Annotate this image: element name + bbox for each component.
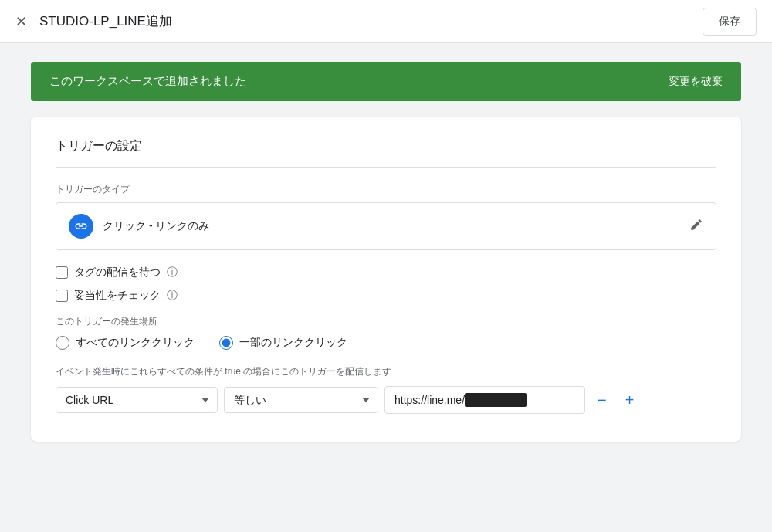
radio-all-clicks-label: すべてのリンククリック (76, 336, 195, 350)
trigger-type-row[interactable]: クリック - リンクのみ (56, 202, 716, 250)
fire-on-section-label: このトリガーの発生場所 (56, 315, 716, 328)
radio-some-clicks: 一部のリンククリック (219, 336, 347, 350)
trigger-type-label: トリガーのタイプ (56, 183, 716, 196)
save-button[interactable]: 保存 (703, 8, 757, 36)
validate-checkbox[interactable] (56, 290, 68, 302)
main-content: このワークスペースで追加されました 変更を破棄 トリガーの設定 トリガーのタイプ… (0, 43, 772, 460)
trigger-type-value: クリック - リンクのみ (103, 219, 209, 233)
validate-help-icon[interactable]: ⓘ (167, 289, 178, 303)
radio-group: すべてのリンククリック 一部のリンククリック (56, 336, 716, 350)
remove-condition-button[interactable]: − (591, 389, 613, 411)
top-bar: ✕ STUDIO-LP_LINE追加 📁 保存 (0, 0, 772, 43)
discard-button[interactable]: 変更を破棄 (669, 75, 723, 89)
radio-all-clicks: すべてのリンククリック (56, 336, 195, 350)
trigger-settings-card: トリガーの設定 トリガーのタイプ クリック - リンクのみ タグの配信を待つ (31, 117, 741, 442)
success-banner: このワークスペースで追加されました 変更を破棄 (31, 62, 741, 101)
url-prefix: https://line.me/ (394, 394, 465, 406)
checkbox-wait-tag: タグの配信を待つ ⓘ (56, 266, 716, 280)
wait-tag-checkbox[interactable] (56, 266, 68, 279)
page-title: STUDIO-LP_LINE追加 (39, 12, 735, 30)
radio-all-clicks-input[interactable] (56, 336, 69, 350)
condition-row: Click URL 等しい https://line.me/ − + (56, 386, 716, 414)
edit-trigger-icon[interactable] (689, 218, 703, 235)
radio-some-clicks-label: 一部のリンククリック (239, 336, 347, 350)
condition-section-label: イベント発生時にこれらすべての条件が true の場合にこのトリガーを配信します (56, 365, 716, 378)
trigger-type-left: クリック - リンクのみ (69, 214, 209, 239)
banner-message: このワークスペースで追加されました (49, 74, 246, 89)
condition-dropdown2[interactable]: 等しい (224, 387, 378, 413)
wait-tag-help-icon[interactable]: ⓘ (167, 266, 178, 280)
add-condition-button[interactable]: + (619, 389, 641, 411)
card-title: トリガーの設定 (56, 138, 716, 168)
close-button[interactable]: ✕ (15, 15, 27, 29)
condition-dropdown1[interactable]: Click URL (56, 387, 218, 413)
condition-url-input: https://line.me/ (384, 386, 585, 414)
validate-label: 妥当性をチェック (74, 289, 161, 303)
trigger-type-icon (69, 214, 93, 239)
radio-some-clicks-input[interactable] (219, 336, 233, 350)
wait-tag-label: タグの配信を待つ (74, 266, 161, 280)
checkbox-validate: 妥当性をチェック ⓘ (56, 289, 716, 303)
url-redacted (465, 393, 527, 407)
